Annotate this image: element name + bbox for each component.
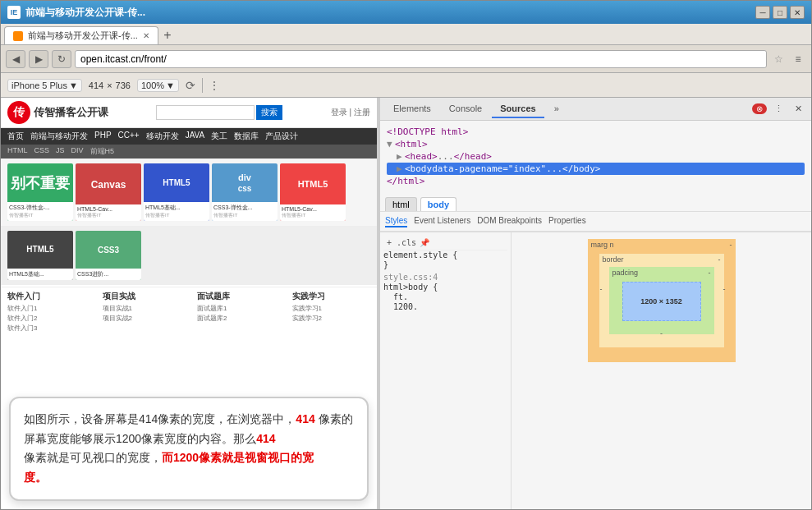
style-rule-6: 1200. bbox=[383, 302, 507, 311]
site-card-3[interactable]: HTML5 HTML5基础... 传智播客IT bbox=[144, 163, 209, 221]
nav-item-mobile[interactable]: 移动开发 bbox=[146, 131, 179, 142]
nav-item-java[interactable]: JAVA bbox=[186, 131, 205, 142]
refresh-button[interactable]: ↻ bbox=[52, 50, 71, 68]
devtools-panel: Elements Console Sources » ⊗ ⋮ ✕ bbox=[378, 98, 811, 509]
close-button[interactable]: ✕ bbox=[790, 6, 805, 19]
footer-col-item-1-2[interactable]: 软件入门2 bbox=[7, 314, 86, 323]
new-tab-button[interactable]: + bbox=[158, 26, 177, 44]
devtools-tab-elements[interactable]: Elements bbox=[385, 100, 439, 118]
styles-tab-styles[interactable]: Styles bbox=[385, 215, 407, 227]
devtools-panel-toggle[interactable]: ⋮ bbox=[770, 101, 787, 117]
devtools-close-button[interactable]: ✕ bbox=[790, 101, 806, 117]
footer-col-title-3: 面试题库 bbox=[197, 291, 276, 302]
box-bottom-minus: - bbox=[660, 329, 663, 338]
browser-window: IE 前端与移动开发公开课-传... ─ □ ✕ 前端与移动开发公开课-传...… bbox=[0, 0, 812, 510]
devtools-tab-console[interactable]: Console bbox=[441, 100, 490, 118]
site-card-7[interactable]: CSS3 CSS3进阶... bbox=[76, 231, 141, 280]
styles-tab-event[interactable]: Event Listeners bbox=[414, 215, 470, 227]
device-name: iPhone 5 Plus bbox=[11, 80, 67, 90]
style-rule-4: html>body { bbox=[383, 283, 507, 292]
tree-toggle-head[interactable]: ▶ bbox=[397, 151, 405, 162]
device-dropdown-icon: ▼ bbox=[69, 80, 78, 90]
nav-item-db[interactable]: 数据库 bbox=[234, 131, 259, 142]
svg-text:Canvas: Canvas bbox=[91, 179, 126, 191]
sub-nav-h5[interactable]: 前端H5 bbox=[90, 146, 115, 157]
maximize-button[interactable]: □ bbox=[773, 6, 787, 19]
nav-item-php[interactable]: PHP bbox=[94, 131, 112, 142]
nav-item-cc[interactable]: CC++ bbox=[118, 131, 140, 142]
footer-col-1: 软件入门 软件入门1 软件入门2 软件入门3 bbox=[7, 291, 86, 333]
site-search[interactable]: 搜索 bbox=[156, 105, 282, 120]
nav-item-design[interactable]: 美工 bbox=[211, 131, 227, 142]
footer-col-item-2-1[interactable]: 项目实战1 bbox=[103, 304, 181, 313]
card-bottom-6: HTML5基础... bbox=[7, 269, 73, 280]
footer-col-item-2-2[interactable]: 项目实战2 bbox=[103, 314, 181, 323]
tag-tabs: html body bbox=[380, 192, 811, 212]
login-area: 登录 | 注册 bbox=[331, 107, 370, 118]
bookmark-icon[interactable]: ☆ bbox=[770, 51, 787, 67]
site-search-button[interactable]: 搜索 bbox=[256, 105, 282, 120]
pin-icon[interactable]: 📌 bbox=[420, 238, 429, 247]
tree-toggle-html[interactable]: ▼ bbox=[387, 139, 395, 149]
svg-text:HTML5: HTML5 bbox=[26, 245, 54, 254]
address-input[interactable] bbox=[75, 50, 767, 68]
zoom-selector[interactable]: 100% ▼ bbox=[137, 79, 179, 92]
back-button[interactable]: ◀ bbox=[6, 50, 25, 68]
nav-item-frontend[interactable]: 前端与移动开发 bbox=[30, 131, 88, 142]
footer-col-2: 项目实战 项目实战1 项目实战2 bbox=[103, 291, 181, 333]
logo-icon: 传 bbox=[7, 101, 30, 124]
box-border-minus: - bbox=[718, 255, 721, 264]
card-img-3: HTML5 bbox=[144, 163, 209, 202]
tag-tab-html[interactable]: html bbox=[385, 197, 417, 211]
nav-item-product[interactable]: 产品设计 bbox=[265, 131, 298, 142]
tag-tab-body[interactable]: body bbox=[420, 197, 456, 211]
tab-close-button[interactable]: ✕ bbox=[143, 31, 149, 40]
window-controls[interactable]: ─ □ ✕ bbox=[755, 6, 805, 19]
active-tab[interactable]: 前端与移动开发公开课-传... ✕ bbox=[4, 26, 158, 44]
html-tree: <!DOCTYPE html> ▼ <html> ▶ <head> ... </… bbox=[380, 121, 811, 192]
box-left-minus: - bbox=[600, 285, 603, 293]
sub-nav-js[interactable]: JS bbox=[56, 146, 65, 157]
browser-viewport: 传 传智播客公开课 搜索 登录 | 注册 首页 前端与移动开发 PHP CC++… bbox=[1, 98, 378, 509]
devtools-header-right: ⊗ ⋮ ✕ bbox=[752, 101, 806, 117]
sub-nav-html[interactable]: HTML bbox=[7, 146, 28, 157]
footer-col-item-3-2[interactable]: 面试题库2 bbox=[197, 314, 276, 323]
site-card-6[interactable]: HTML5 HTML5基础... bbox=[7, 231, 73, 280]
site-search-input[interactable] bbox=[156, 105, 255, 120]
footer-col-item-1-1[interactable]: 软件入门1 bbox=[7, 304, 86, 313]
more-options-icon[interactable]: ⋮ bbox=[209, 80, 219, 91]
device-selector[interactable]: iPhone 5 Plus ▼ bbox=[7, 79, 82, 92]
annotation-highlight-3: 而1200像素就是视窗视口的宽 bbox=[162, 451, 314, 464]
devtools-tab-more[interactable]: » bbox=[546, 100, 567, 118]
card-label-1: 别不重要 bbox=[7, 163, 73, 202]
footer-col-item-1-3[interactable]: 软件入门3 bbox=[7, 324, 86, 333]
tree-head[interactable]: ▶ <head> ... </head> bbox=[387, 150, 805, 163]
annotation-overlay: 如图所示，设备屏幕是414像素的宽度，在浏览器中，414 像素的屏幕宽度能够展示… bbox=[9, 397, 369, 501]
minimize-button[interactable]: ─ bbox=[755, 6, 770, 19]
tree-html-open[interactable]: ▼ <html> bbox=[387, 138, 805, 150]
site-card-2[interactable]: Canvas HTML5-Cav... 传智播客IT bbox=[76, 163, 141, 221]
rotate-icon[interactable]: ⟳ bbox=[186, 79, 195, 92]
styles-tab-dom[interactable]: DOM Breakpoints bbox=[477, 215, 542, 227]
sub-nav-div[interactable]: DIV bbox=[71, 146, 84, 157]
card-bottom-5: HTML5-Cav... 传智播客IT bbox=[280, 204, 346, 221]
footer-col-item-4-2[interactable]: 实践学习2 bbox=[292, 314, 371, 323]
site-card-1[interactable]: 别不重要 CSS3-弹性盒-... 传智播客IT bbox=[7, 163, 73, 221]
styles-tab-props[interactable]: Properties bbox=[548, 215, 586, 227]
browser-menu-icon[interactable]: ≡ bbox=[790, 51, 806, 67]
style-rule-1: element.style { bbox=[383, 250, 507, 260]
nav-item-home[interactable]: 首页 bbox=[7, 131, 24, 142]
card-bottom-3: HTML5基础... 传智播客IT bbox=[144, 202, 209, 221]
tree-body[interactable]: ▶ <body data-pagename = "index" ... </bo… bbox=[387, 163, 805, 175]
box-content-layer: 1200 × 1352 bbox=[622, 282, 701, 321]
tree-toggle-body[interactable]: ▶ bbox=[397, 163, 405, 174]
footer-col-3: 面试题库 面试题库1 面试题库2 bbox=[197, 291, 276, 333]
site-card-5[interactable]: HTML5 HTML5-Cav... 传智播客IT bbox=[280, 163, 346, 221]
forward-button[interactable]: ▶ bbox=[29, 50, 48, 68]
footer-col-item-4-1[interactable]: 实践学习1 bbox=[292, 304, 371, 313]
footer-col-item-3-1[interactable]: 面试题库1 bbox=[197, 304, 276, 313]
devtools-tab-sources[interactable]: Sources bbox=[492, 100, 544, 118]
sub-nav-css[interactable]: CSS bbox=[34, 146, 50, 157]
site-card-4[interactable]: div css CSS3-弹性盒... 传智播客IT bbox=[212, 163, 278, 221]
box-right-minus: - bbox=[723, 285, 726, 293]
